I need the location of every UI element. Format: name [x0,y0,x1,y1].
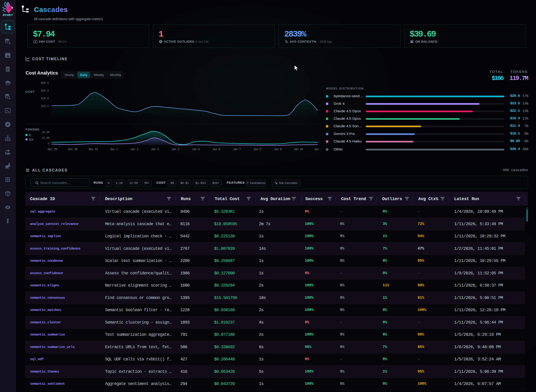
svg-text:Jan 8: Jan 8 [253,148,261,151]
svg-text:Dec 29: Dec 29 [47,148,57,151]
svg-text:COST: COST [25,90,35,93]
svg-text:$30.0: $30.0 [41,97,49,100]
svg-text:Jan 2: Jan 2 [130,148,138,151]
svg-text:Jan 11: Jan 11 [314,148,321,151]
svg-text:TOKENS: TOKENS [25,128,40,131]
svg-text:Jan 9: Jan 9 [274,148,282,151]
svg-text:Jan 5: Jan 5 [192,148,199,151]
svg-text:Jan 7: Jan 7 [233,148,241,151]
svg-text:$45.0: $45.0 [41,89,49,93]
svg-text:Jan 6: Jan 6 [213,148,220,151]
svg-text:Dec 31: Dec 31 [89,148,98,151]
svg-text:Out: Out [29,138,33,141]
svg-text:Jan 1: Jan 1 [110,148,118,151]
svg-text:Jan 3: Jan 3 [151,148,158,151]
svg-text:$15.0: $15.0 [41,105,49,108]
svg-text:0: 0 [48,142,49,145]
svg-text:Jan 10: Jan 10 [294,148,303,151]
svg-text:$60.0: $60.0 [41,82,49,85]
svg-text:In: In [29,134,31,137]
svg-text:30.0M: 30.0M [42,131,49,134]
svg-text:15.0M: 15.0M [42,137,49,140]
svg-text:Jan 4: Jan 4 [171,148,179,151]
svg-text:Dec 30: Dec 30 [68,148,78,151]
